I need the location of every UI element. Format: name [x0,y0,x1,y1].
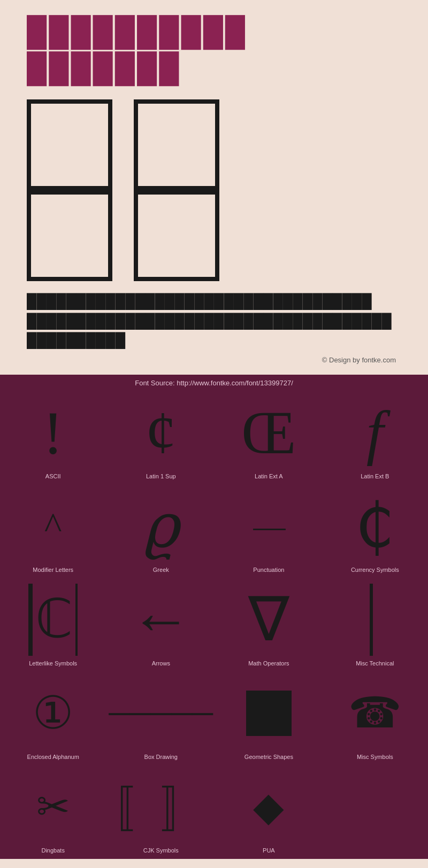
glyph-label-misctech: Misc Technical [356,660,394,667]
glyph-label-letterlike: Letterlike Symbols [29,660,77,667]
glyph-cell-misctech: Misc Technical [322,578,428,672]
glyph-label-latinexb: Latin Ext B [361,473,389,480]
glyph-label-arrows: Arrows [152,660,170,667]
glyph-cell-latinexa: Œ Latin Ext A [216,391,322,485]
glyph-label-encalpha: Enclosed Alphanum [27,754,79,761]
glyphs-grid: ! ASCII ¢ Latin 1 Sup Œ Latin Ext A f La… [0,391,428,859]
glyph-cell-miscsym: ☎ Misc Symbols [322,672,428,765]
glyph-cell-ascii: ! ASCII [0,391,106,485]
glyph-char-boxdraw: ───── [109,677,213,750]
glyph-label-punctuation: Punctuation [253,567,284,574]
glyph-cell-dingbats: ✂ Dingbats [0,765,106,859]
glyph-cell-encalpha: ① Enclosed Alphanum [0,672,106,765]
glyph-char-letterlike: ℂ [28,584,78,656]
glyph-label-mathops: Math Operators [248,660,289,667]
big-char-2 [134,99,219,190]
glyph-char-currency: ₵ [355,490,394,563]
glyph-cell-latinexb: f Latin Ext B [322,391,428,485]
large-chars-display [27,99,401,281]
glyph-cell-pua: ◆ PUA [216,765,322,859]
glyph-label-cjk: CJK Symbols [143,847,179,854]
glyph-label-boxdraw: Box Drawing [144,754,178,761]
glyph-char-pua: ◆ [253,771,284,843]
glyph-char-ascii: ! [43,397,63,469]
glyph-char-modifier: ^ [44,490,62,563]
glyph-cell-currency: ₵ Currency Symbols [322,485,428,578]
glyph-char-misctech [370,584,380,656]
glyph-char-latin1: ¢ [146,397,177,469]
top-section: ██████████ ███████ █████████████████████… [0,0,428,375]
glyph-label-ascii: ASCII [45,473,61,480]
char-row-2 [27,190,401,281]
glyph-label-pua: PUA [263,847,275,854]
glyph-char-latinexb: f [366,397,384,469]
glyph-label-greek: Greek [153,567,169,574]
glyph-label-latin1: Latin 1 Sup [146,473,176,480]
glyph-cell-boxdraw: ───── Box Drawing [106,672,216,765]
glyph-char-encalpha: ① [33,677,73,750]
glyph-char-geoshapes [246,677,292,750]
glyph-cell-greek: ϱ Greek [106,485,216,578]
glyph-cell-arrows: ← Arrows [106,578,216,672]
glyph-label-geoshapes: Geometric Shapes [244,754,293,761]
glyph-cell-punctuation: — Punctuation [216,485,322,578]
glyph-char-miscsym: ☎ [348,677,402,750]
glyph-label-modifier: Modifier Letters [33,567,73,574]
glyph-cell-modifier: ^ Modifier Letters [0,485,106,578]
glyph-label-dingbats: Dingbats [41,847,64,854]
big-char-3 [27,190,112,281]
font-source: Font Source: http://www.fontke.com/font/… [0,375,428,391]
glyph-cell-cjk: 〚〛 CJK Symbols [106,765,216,859]
glyph-cell-geoshapes: Geometric Shapes [216,672,322,765]
big-char-1 [27,99,112,190]
copyright-text: © Design by fontke.com [27,356,401,364]
glyph-cell-letterlike: ℂ Letterlike Symbols [0,578,106,672]
dark-section: Font Source: http://www.fontke.com/font/… [0,375,428,859]
glyph-cell-mathops: ∇ Math Operators [216,578,322,672]
font-title: ██████████ ███████ [27,16,401,89]
glyph-cell-empty [322,765,428,859]
glyph-char-dingbats: ✂ [36,771,70,843]
glyph-cell-latin1: ¢ Latin 1 Sup [106,391,216,485]
glyph-char-latinexa: Œ [241,397,296,469]
glyph-label-latinexa: Latin Ext A [255,473,283,480]
glyph-label-miscsym: Misc Symbols [357,754,393,761]
big-char-4 [134,190,219,281]
glyph-char-punctuation: — [253,490,284,563]
glyph-label-currency: Currency Symbols [351,567,399,574]
char-row-1 [27,99,401,190]
glyph-char-mathops: ∇ [248,584,289,656]
glyph-char-cjk: 〚〛 [116,771,207,843]
glyph-char-arrows: ← [130,584,192,656]
sample-text: ███████████████████████████████████ ████… [27,292,401,350]
glyph-char-greek: ϱ [143,490,179,563]
